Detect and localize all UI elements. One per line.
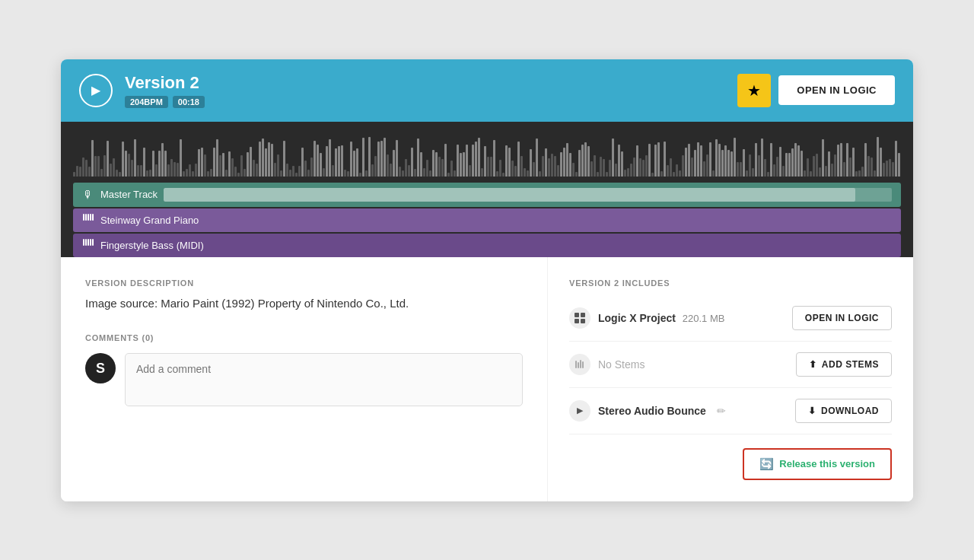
waveform-area: 🎙 Master Track Steinway Grand Piano Fing… [61, 122, 913, 257]
edit-icon[interactable]: ✏ [717, 405, 726, 417]
audio-file-name: Stereo Audio Bounce [598, 405, 706, 417]
title-group: Version 2 204BPM 00:18 [125, 73, 205, 108]
file-row-stems: No Stems ⬆ ADD STEMS [569, 342, 892, 388]
content-area: VERSION DESCRIPTION Image source: Mario … [61, 257, 913, 501]
track-piano-name: Steinway Grand Piano [100, 215, 199, 226]
comments-label: COMMENTS (0) [85, 333, 523, 342]
track-list: 🎙 Master Track Steinway Grand Piano Fing… [73, 183, 901, 257]
file-row-logic: Logic X Project 220.1 MB OPEN IN LOGIC [569, 295, 892, 342]
duration-badge: 00:18 [173, 96, 205, 108]
comment-row: S [85, 353, 523, 406]
svg-rect-16 [580, 360, 581, 368]
logic-file-info: Logic X Project 220.1 MB [569, 307, 724, 329]
star-button[interactable]: ★ [737, 74, 771, 107]
main-card: ▶ Version 2 204BPM 00:18 ★ OPEN IN LOGIC… [61, 59, 913, 501]
play-button[interactable]: ▶ [79, 74, 113, 107]
release-this-version-button[interactable]: 🔄 Release this version [743, 448, 892, 480]
piano-icon [82, 214, 94, 227]
download-icon: ⬇ [808, 406, 816, 416]
file-row-audio: ▶ Stereo Audio Bounce ✏ ⬇ DOWNLOAD [569, 388, 892, 434]
stems-file-info: No Stems [569, 354, 645, 375]
audio-file-info: ▶ Stereo Audio Bounce ✏ [569, 400, 726, 422]
description-label: VERSION DESCRIPTION [85, 278, 523, 288]
includes-label: VERSION 2 INCLUDES [569, 278, 892, 288]
svg-rect-0 [83, 214, 84, 221]
svg-rect-8 [90, 239, 91, 246]
svg-rect-4 [92, 214, 94, 221]
logic-file-icon [569, 307, 590, 329]
svg-rect-6 [85, 239, 87, 246]
avatar-letter: S [96, 361, 105, 377]
logic-file-name: Logic X Project 220.1 MB [598, 312, 724, 324]
track-master-waveform [164, 188, 892, 202]
header-right: ★ OPEN IN LOGIC [737, 74, 895, 107]
open-in-logic-button[interactable]: OPEN IN LOGIC [792, 306, 892, 330]
track-master[interactable]: 🎙 Master Track [73, 183, 901, 207]
svg-rect-5 [83, 239, 84, 246]
version-title: Version 2 [125, 73, 205, 93]
description-text: Image source: Mario Paint (1992) Propert… [85, 295, 523, 313]
svg-rect-1 [85, 214, 87, 221]
svg-rect-3 [90, 214, 91, 221]
track-bass[interactable]: Fingerstyle Bass (MIDI) [73, 234, 901, 257]
microphone-icon: 🎙 [82, 189, 94, 201]
upload-icon: ⬆ [809, 359, 817, 370]
comment-input[interactable] [125, 353, 523, 406]
header-left: ▶ Version 2 204BPM 00:18 [79, 73, 205, 108]
track-bass-name: Fingerstyle Bass (MIDI) [100, 240, 204, 251]
add-stems-button[interactable]: ⬆ ADD STEMS [796, 352, 892, 377]
bpm-badge: 204BPM [125, 96, 168, 108]
svg-rect-13 [581, 319, 585, 323]
bass-icon [82, 239, 94, 252]
track-master-name: Master Track [100, 189, 158, 200]
stems-icon [569, 354, 590, 375]
open-in-logic-header-button[interactable]: OPEN IN LOGIC [778, 75, 895, 105]
no-stems-label: No Stems [598, 358, 645, 371]
right-panel: VERSION 2 INCLUDES Logic X Project 220.1… [548, 257, 913, 501]
track-piano[interactable]: Steinway Grand Piano [73, 208, 901, 232]
svg-rect-11 [581, 313, 585, 317]
audio-play-icon: ▶ [569, 400, 590, 422]
svg-rect-17 [582, 361, 584, 368]
svg-rect-15 [578, 362, 579, 368]
release-row: 🔄 Release this version [569, 434, 892, 480]
user-avatar: S [85, 353, 116, 383]
release-icon: 🔄 [759, 457, 774, 471]
header-bar: ▶ Version 2 204BPM 00:18 ★ OPEN IN LOGIC [61, 59, 913, 122]
left-panel: VERSION DESCRIPTION Image source: Mario … [61, 257, 548, 501]
star-icon: ★ [747, 81, 761, 100]
svg-rect-10 [575, 313, 579, 317]
svg-rect-14 [575, 361, 577, 368]
version-badges: 204BPM 00:18 [125, 96, 205, 108]
waveform-visualization [73, 131, 901, 177]
svg-rect-2 [88, 214, 89, 221]
download-button[interactable]: ⬇ DOWNLOAD [795, 399, 892, 423]
svg-rect-7 [88, 239, 89, 246]
release-label: Release this version [779, 458, 875, 469]
svg-rect-9 [92, 239, 94, 246]
comments-section: COMMENTS (0) S [85, 333, 523, 406]
includes-section: Logic X Project 220.1 MB OPEN IN LOGIC [569, 295, 892, 480]
svg-rect-12 [575, 319, 579, 323]
